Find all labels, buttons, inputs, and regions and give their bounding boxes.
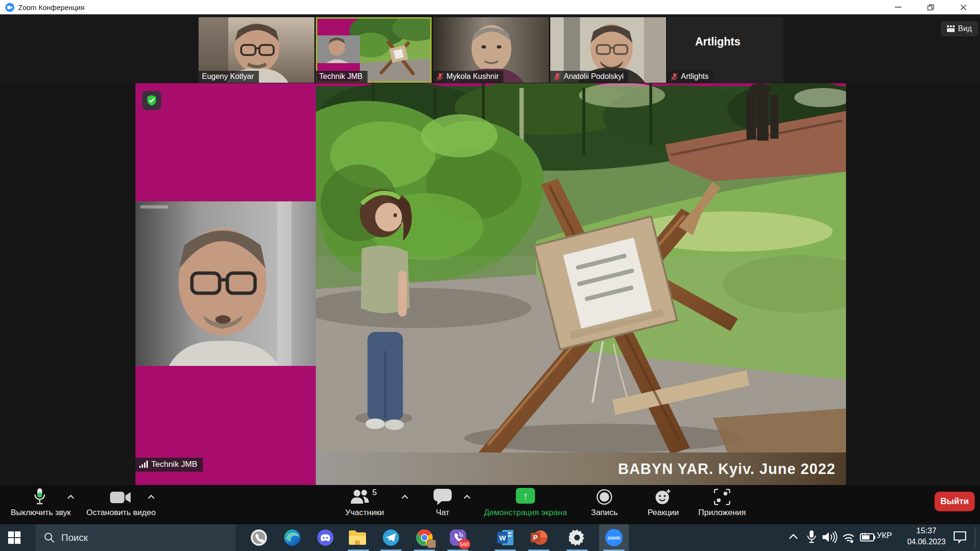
clock-date: 04.06.2023: [903, 537, 949, 547]
participants-count: 5: [372, 488, 377, 497]
taskbar-whatsapp-icon[interactable]: [249, 528, 268, 547]
apps-icon: [714, 489, 730, 505]
video-camera-icon: [110, 491, 131, 504]
ppt-letter: P: [533, 534, 537, 541]
reactions-smiley-icon: [655, 488, 672, 506]
participant-name-label: Technik JMB: [316, 71, 368, 83]
restore-button[interactable]: [920, 0, 942, 14]
chat-options-chevron[interactable]: [463, 495, 471, 499]
tray-language-indicator[interactable]: УКР: [877, 531, 892, 540]
grid-view-icon: [947, 25, 955, 32]
leave-button-label: Выйти: [940, 496, 969, 507]
action-center-icon[interactable]: [953, 531, 967, 543]
leave-button[interactable]: Выйти: [935, 492, 975, 511]
participant-name-label: Mykola Kushnir: [433, 71, 503, 83]
language-label: УКР: [877, 531, 892, 540]
view-button-label: Вид: [958, 24, 972, 33]
search-icon: [44, 532, 55, 543]
speaker-name: Technik JMB: [151, 460, 197, 469]
video-options-chevron[interactable]: [147, 495, 155, 499]
windows-taskbar: Поиск: [0, 524, 980, 551]
mic-muted-icon: [671, 73, 678, 81]
word-letter: W: [499, 534, 506, 542]
apps-button-label: Приложения: [693, 508, 751, 518]
participant-name: Mykola Kushnir: [446, 72, 499, 81]
taskbar-viber-icon[interactable]: 560: [448, 528, 468, 547]
security-badge[interactable]: [142, 91, 161, 110]
shared-screen-content: BABYN YAR. Kyiv. June 2022: [316, 83, 846, 485]
speaker-panel: Technik JMB: [135, 83, 316, 485]
record-button-label: Запись: [584, 508, 625, 518]
participant-name: Anatolii Podolskyi: [564, 72, 624, 81]
taskbar-chrome-icon[interactable]: [415, 528, 434, 547]
mic-muted-icon: [436, 73, 444, 81]
microphone-icon: [33, 488, 46, 505]
tray-clock[interactable]: 15:37 04.06.2023: [903, 526, 949, 547]
security-shield-icon: [146, 95, 157, 106]
participant-name-label: Artlights: [668, 71, 713, 83]
chat-bubble-icon: [434, 489, 452, 505]
tray-volume-icon[interactable]: [822, 531, 837, 543]
zoom-toolbar: Выключить звук Остановить видео 5 Участн…: [0, 485, 980, 524]
participants-options-chevron[interactable]: [401, 495, 409, 499]
chat-button-label: Чат: [421, 508, 464, 518]
participants-button-label: Участники: [329, 508, 400, 518]
share-screen-label: Демонстрация экрана: [479, 508, 572, 518]
participant-name-label: Anatolii Podolskyi: [550, 71, 628, 83]
taskbar-file-explorer-icon[interactable]: [348, 528, 367, 547]
audio-signal-icon: [139, 461, 148, 468]
search-placeholder: Поиск: [61, 532, 88, 543]
show-desktop-divider[interactable]: [975, 527, 975, 548]
speaker-video: [135, 201, 316, 366]
participant-tile-mykola[interactable]: Mykola Kushnir: [433, 17, 549, 83]
close-icon: [960, 4, 967, 11]
chrome-profile-badge: [427, 540, 436, 548]
mic-muted-icon: [554, 73, 561, 81]
taskbar-discord-icon[interactable]: [316, 528, 335, 547]
speaker-name-label: Technik JMB: [135, 458, 203, 472]
participant-name-label: Eugeny Kotlyar: [199, 71, 259, 83]
participant-display-name: Artlights: [668, 35, 768, 48]
minimize-button[interactable]: [887, 0, 909, 14]
taskbar-word-icon[interactable]: W: [496, 528, 515, 547]
mute-button-label: Выключить звук: [5, 508, 77, 518]
taskbar-settings-icon[interactable]: [568, 528, 587, 547]
minimize-icon: [895, 7, 902, 8]
window-title: Zoom Конференция: [18, 3, 85, 11]
participant-tile-eugeny[interactable]: Eugeny Kotlyar: [199, 17, 314, 83]
taskbar-telegram-icon[interactable]: [381, 528, 401, 547]
participant-name: Technik JMB: [319, 72, 363, 81]
participant-filmstrip: Eugeny Kotlyar Technik JMB: [0, 14, 980, 83]
start-button[interactable]: [5, 528, 24, 547]
taskbar-zoom-icon[interactable]: zoom: [604, 528, 624, 547]
mute-options-chevron[interactable]: [67, 495, 75, 499]
taskbar-search-box[interactable]: Поиск: [35, 524, 235, 551]
zoom-logo-text: zoom: [608, 535, 620, 540]
participant-tile-artlights[interactable]: Artlights Artlights: [668, 17, 783, 83]
tray-wifi-icon[interactable]: [841, 531, 856, 543]
tray-expand-chevron[interactable]: [789, 534, 798, 540]
participant-name: Eugeny Kotlyar: [202, 72, 254, 81]
record-icon: [596, 489, 612, 505]
participant-tile-anatolii[interactable]: Anatolii Podolskyi: [550, 17, 666, 83]
share-screen-icon: ↑: [516, 488, 535, 504]
taskbar-edge-icon[interactable]: [283, 528, 302, 547]
clock-time: 15:37: [903, 526, 949, 537]
close-button[interactable]: [952, 0, 974, 14]
view-button[interactable]: Вид: [941, 21, 978, 36]
desktop-screen: Zoom Конференция: [0, 0, 980, 551]
taskbar-powerpoint-icon[interactable]: P: [529, 528, 548, 547]
restore-icon: [927, 4, 934, 11]
participant-tile-technik[interactable]: Technik JMB: [316, 17, 432, 83]
tray-microphone-icon[interactable]: [807, 530, 816, 544]
windows-logo-icon: [8, 531, 21, 544]
viber-notification-badge: 560: [458, 539, 470, 549]
zoom-app-icon: [5, 3, 14, 12]
participants-icon: [350, 489, 369, 504]
tray-battery-icon[interactable]: [858, 532, 876, 542]
stop-video-button-label: Остановить видео: [80, 508, 162, 518]
window-titlebar: Zoom Конференция: [0, 0, 980, 14]
participant-name: Artlights: [681, 72, 709, 81]
share-caption: BABYN YAR. Kyiv. June 2022: [618, 461, 835, 477]
reactions-button-label: Реакции: [641, 508, 685, 518]
